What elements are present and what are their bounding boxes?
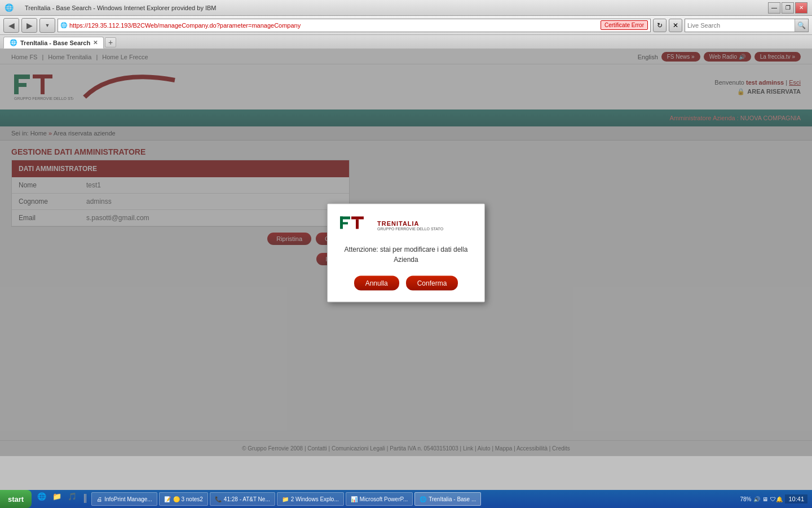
address-icon: 🌐 <box>60 22 67 28</box>
start-button[interactable]: start <box>0 490 32 508</box>
search-input[interactable] <box>685 22 795 29</box>
att-label: 41:28 - AT&T Ne... <box>224 496 270 502</box>
taskbar-separator: ‖ <box>81 492 90 506</box>
taskbar-item-notes[interactable]: 📝 🟡 3 notes2 <box>159 492 208 506</box>
svg-rect-8 <box>340 222 348 225</box>
new-tab-button[interactable]: + <box>105 37 116 47</box>
notes-icon: 📝 <box>164 496 171 502</box>
powerpoint-icon: 📊 <box>351 496 358 502</box>
modal-logo: TRENITALIA GRUPPO FERROVIE DELLO STATO <box>339 216 473 235</box>
quick-launch-folder[interactable]: 📁 <box>50 492 64 506</box>
site-content: Home FS | Home Trenitalia | Home Le Frec… <box>0 50 812 456</box>
browser-titlebar: 🌐 TrenItalia - Base Search - Windows Int… <box>0 0 812 16</box>
modal-logo-text: TRENITALIA GRUPPO FERROVIE DELLO STATO <box>377 220 443 231</box>
taskbar-item-att[interactable]: 📞 41:28 - AT&T Ne... <box>210 492 275 506</box>
taskbar-volume-icon: 🔊 <box>753 496 760 502</box>
taskbar-clock: 10:41 <box>785 494 807 503</box>
taskbar-network-icon: 🖥 <box>762 496 768 502</box>
refresh-button[interactable]: ↻ <box>653 19 667 32</box>
infoprint-label: InfoPrint Manage... <box>104 496 152 502</box>
cert-error-button[interactable]: Certificate Error <box>601 20 648 30</box>
modal-logo-icon <box>339 216 373 235</box>
modal-buttons: Annulla Conferma <box>339 276 473 291</box>
svg-rect-9 <box>351 217 364 220</box>
taskbar: start 🌐 📁 🎵 ‖ 🖨 InfoPrint Manage... 📝 🟡 … <box>0 490 812 508</box>
tab-label: TrenItalia - Base Search <box>20 40 90 46</box>
taskbar-icons-area: 🛡🔔 <box>770 496 783 502</box>
browser-navbar: ◀ ▶ ▼ 🌐 Certificate Error ↻ ✕ 🔍 <box>0 16 812 35</box>
forward-button[interactable]: ▶ <box>21 18 37 33</box>
att-icon: 📞 <box>215 496 222 502</box>
address-bar-wrap: 🌐 Certificate Error <box>58 19 651 32</box>
powerpoint-label: Microsoft PowerP... <box>360 496 408 502</box>
notes-label: 🟡 3 notes2 <box>173 496 203 502</box>
conferma-button[interactable]: Conferma <box>406 276 458 291</box>
minimize-button[interactable]: — <box>768 2 780 14</box>
tab-trenitalia[interactable]: 🌐 TrenItalia - Base Search ✕ <box>3 37 104 49</box>
taskbar-item-powerpoint[interactable]: 📊 Microsoft PowerP... <box>346 492 413 506</box>
browser-title: TrenItalia - Base Search - Windows Inter… <box>25 5 217 11</box>
taskbar-right: 78% 🔊 🖥 🛡🔔 10:41 <box>735 494 812 503</box>
svg-rect-7 <box>340 217 350 220</box>
quick-launch-media[interactable]: 🎵 <box>65 492 79 506</box>
windows-icon: 📁 <box>282 496 289 502</box>
window-controls: — ❐ ✕ <box>768 2 807 14</box>
modal-message: Attenzione: stai per modificare i dati d… <box>339 244 473 265</box>
infoprint-icon: 🖨 <box>96 496 102 502</box>
dropdown-button[interactable]: ▼ <box>39 18 55 33</box>
modal-subtitle-label: GRUPPO FERROVIE DELLO STATO <box>377 227 443 231</box>
address-input[interactable] <box>69 22 598 29</box>
restore-button[interactable]: ❐ <box>782 2 794 14</box>
page-wrapper: Home FS | Home Trenitalia | Home Le Frec… <box>0 50 812 456</box>
modal-dialog: TRENITALIA GRUPPO FERROVIE DELLO STATO A… <box>327 204 485 303</box>
taskbar-items: 🌐 📁 🎵 ‖ 🖨 InfoPrint Manage... 📝 🟡 3 note… <box>32 491 735 507</box>
tab-close-button[interactable]: ✕ <box>93 40 98 46</box>
taskbar-item-trenitalia[interactable]: 🌐 TrenItalia - Base ... <box>414 492 481 506</box>
search-wrap: 🔍 <box>685 19 809 32</box>
search-go-button[interactable]: 🔍 <box>795 19 808 32</box>
back-button[interactable]: ◀ <box>3 18 19 33</box>
modal-message-line2: Azienda <box>394 256 418 264</box>
trenitalia-taskbar-label: TrenItalia - Base ... <box>429 496 476 502</box>
windows-label: 2 Windows Explo... <box>291 496 339 502</box>
taskbar-percent: 78% <box>740 496 751 502</box>
taskbar-item-windows[interactable]: 📁 2 Windows Explo... <box>277 492 344 506</box>
svg-rect-10 <box>356 220 359 229</box>
close-button[interactable]: ✕ <box>795 2 807 14</box>
modal-message-line1: Attenzione: stai per modificare i dati d… <box>345 246 468 253</box>
browser-tabs: 🌐 TrenItalia - Base Search ✕ + <box>0 35 812 50</box>
taskbar-item-infoprint[interactable]: 🖨 InfoPrint Manage... <box>91 492 157 506</box>
annulla-button[interactable]: Annulla <box>354 276 399 291</box>
modal-trenitalia-label: TRENITALIA <box>377 220 443 227</box>
tab-icon: 🌐 <box>10 39 17 46</box>
quick-launch-ie[interactable]: 🌐 <box>35 492 48 506</box>
stop-button[interactable]: ✕ <box>669 19 682 32</box>
trenitalia-taskbar-icon: 🌐 <box>420 496 426 502</box>
